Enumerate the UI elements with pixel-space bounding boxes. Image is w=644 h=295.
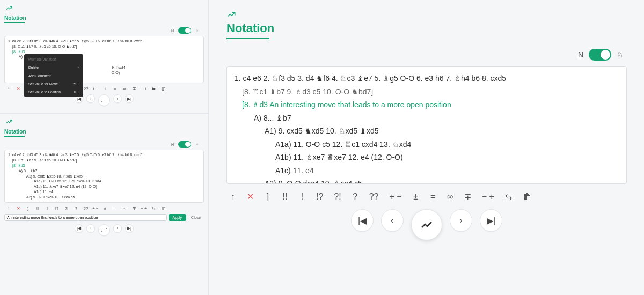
move-line-open[interactable]: [8. ♗d3 An interesting move that leads t…	[235, 98, 619, 112]
move-line[interactable]: A1) 9. cxd5 ♞xd5 10. ♘xd5 ♝xd5	[8, 174, 200, 179]
ann-losing[interactable]: − +	[141, 86, 147, 91]
nav-analyze[interactable]	[98, 94, 110, 106]
move-line[interactable]: A1b) 11. ♗xe7 ♛xe7 12. e4 (12. O-O)	[8, 184, 200, 189]
move-line[interactable]: 1. c4 e6 2. ♘f3 d5 3. d4 ♞f6 4. ♘c3 ♝e7 …	[8, 39, 200, 44]
ann-blunder[interactable]: ??	[83, 206, 89, 211]
notation-box[interactable]: 1. c4 e6 2. ♘f3 d5 3. d4 ♞f6 4. ♘c3 ♝e7 …	[226, 66, 627, 184]
ann-delete[interactable]: ✕	[15, 206, 21, 211]
nav-prev[interactable]: ‹	[86, 224, 95, 233]
comment-editor-row: Apply Close	[4, 214, 204, 221]
move-line[interactable]: A1b) 11. ♗xe7 ♛xe7 12. e4 (12. O-O)	[235, 151, 619, 164]
ann-equal[interactable]: =	[112, 86, 118, 91]
context-menu[interactable]: Promote Variation Delete› Add Comment Se…	[24, 54, 83, 97]
ann-equal[interactable]: =	[112, 206, 118, 211]
ann-interesting[interactable]: !?	[316, 192, 323, 202]
figurine-toggle[interactable]	[178, 141, 191, 148]
ann-unclear[interactable]: ∞	[121, 86, 128, 91]
nav-prev[interactable]: ‹	[86, 94, 95, 103]
figurine-toggle[interactable]	[178, 27, 191, 34]
menu-set-value-move[interactable]: Set Value for Move?!›	[24, 80, 83, 88]
ann-slight-w[interactable]: ±	[102, 206, 108, 211]
chart-line-icon	[226, 10, 236, 19]
move-line[interactable]: 1. c4 e6 2. ♘f3 d5 3. d4 ♞f6 4. ♘c3 ♝e7 …	[8, 152, 200, 158]
ann-trash[interactable]: 🗑	[160, 86, 166, 91]
move-line[interactable]: A1a) 11. O-O c5 12. ♖c1 cxd4 13. ♘xd4	[8, 179, 200, 184]
nav-next[interactable]: ›	[450, 209, 472, 232]
chart-line-icon	[4, 3, 14, 13]
move-line[interactable]: A2) 9. O-O dxc4 10. ♗xc4 c5	[235, 177, 619, 184]
nav-next[interactable]: ›	[113, 224, 122, 233]
ann-promote[interactable]: ↑	[230, 192, 236, 202]
move-line[interactable]: [8. ♖c1 ♝b7 9. ♗d3 c5 10. O-O ♞bd7]	[8, 44, 200, 49]
ann-slight-w[interactable]: ±	[413, 192, 419, 202]
menu-set-value-position[interactable]: Set Value to Position=›	[24, 88, 83, 96]
menu-add-comment[interactable]: Add Comment	[24, 72, 83, 80]
move-line[interactable]: A) 8... ♝b7	[8, 168, 200, 174]
notation-box[interactable]: 1. c4 e6 2. ♘f3 d5 3. d4 ♞f6 4. ♘c3 ♝e7 …	[4, 36, 204, 83]
nav-last[interactable]: ▶|	[125, 224, 134, 233]
nav-last[interactable]: ▶|	[125, 94, 134, 103]
ann-mistake[interactable]: ?	[352, 192, 358, 202]
ann-good[interactable]: !	[44, 206, 50, 211]
ann-promote[interactable]: ↑	[5, 86, 12, 91]
ann-close-var[interactable]: ]	[25, 206, 31, 211]
ann-losing[interactable]: − +	[141, 206, 147, 211]
ann-interesting[interactable]: !?	[54, 206, 60, 211]
notation-box[interactable]: 1. c4 e6 2. ♘f3 d5 3. d4 ♞f6 4. ♘c3 ♝e7 …	[4, 150, 204, 202]
ann-mistake[interactable]: ?	[73, 206, 79, 211]
move-line-open[interactable]: [8. ♗d3	[8, 163, 200, 168]
ann-losing[interactable]: − +	[482, 192, 494, 202]
ann-slight-w[interactable]: ±	[102, 86, 108, 91]
comment-input[interactable]	[4, 214, 167, 221]
ann-slight-b[interactable]: ∓	[131, 206, 137, 211]
nav-first[interactable]: |◀	[351, 209, 374, 232]
nav-next[interactable]: ›	[113, 94, 122, 103]
ann-close-var[interactable]: ]	[265, 192, 271, 202]
title-underline	[226, 38, 269, 39]
move-line[interactable]: A1c) 11. e4	[8, 189, 200, 195]
ann-trash[interactable]: 🗑	[523, 192, 531, 202]
ann-equal[interactable]: =	[430, 192, 436, 202]
ann-trash[interactable]: 🗑	[160, 206, 166, 211]
ann-winning[interactable]: + −	[92, 206, 99, 211]
ann-blunder[interactable]: ??	[83, 86, 89, 91]
apply-button[interactable]: Apply	[169, 214, 187, 221]
ann-blunder[interactable]: ??	[369, 192, 379, 202]
ann-brilliant[interactable]: !!	[34, 206, 41, 211]
ann-good[interactable]: !	[299, 192, 305, 202]
ann-swap[interactable]: ⇆	[150, 86, 157, 91]
ann-delete[interactable]: ✕	[15, 86, 21, 91]
ann-delete[interactable]: ✕	[247, 191, 254, 202]
move-line-open[interactable]: [8. ♗d3	[8, 49, 200, 55]
move-line[interactable]: A1c) 11. e4	[235, 164, 619, 178]
move-line[interactable]: A1a) 11. O-O c5 12. ♖c1 cxd4 13. ♘xd4	[235, 138, 619, 151]
nav-prev[interactable]: ‹	[381, 209, 404, 232]
ann-swap[interactable]: ⇆	[505, 191, 512, 202]
move-line[interactable]: A1) 9. cxd5 ♞xd5 10. ♘xd5 ♝xd5	[235, 124, 619, 138]
nav-first[interactable]: |◀	[75, 224, 83, 233]
ann-swap[interactable]: ⇆	[150, 206, 157, 211]
ann-promote[interactable]: ↑	[5, 206, 12, 211]
menu-delete[interactable]: Delete›	[24, 63, 83, 71]
figurine-toggle[interactable]	[589, 49, 611, 61]
toggle-label-n: N	[171, 29, 174, 33]
move-line[interactable]: [8. ♖c1 ♝b7 9. ♗d3 c5 10. O-O ♞bd7]	[8, 158, 200, 163]
nav-analyze[interactable]	[98, 224, 110, 236]
move-line[interactable]: A2) 9. O-O dxc4 10. ♗xc4 c5	[8, 195, 200, 200]
ann-unclear[interactable]: ∞	[447, 192, 453, 202]
toggle-label-n: N	[171, 143, 174, 146]
nav-analyze[interactable]	[411, 209, 442, 240]
move-line[interactable]: 1. c4 e6 2. ♘f3 d5 3. d4 ♞f6 4. ♘c3 ♝e7 …	[235, 72, 619, 85]
ann-slight-b[interactable]: ∓	[464, 191, 471, 202]
move-line[interactable]: A) 8... ♝b7	[235, 112, 619, 125]
move-line[interactable]: [8. ♖c1 ♝b7 9. ♗d3 c5 10. O-O ♞bd7]	[235, 85, 619, 99]
ann-dubious[interactable]: ?!	[63, 206, 70, 211]
ann-winning[interactable]: + −	[92, 86, 99, 91]
close-button[interactable]: Close	[188, 214, 204, 221]
ann-winning[interactable]: + −	[389, 192, 401, 202]
ann-unclear[interactable]: ∞	[121, 206, 128, 211]
ann-dubious[interactable]: ?!	[334, 192, 341, 202]
nav-last[interactable]: ▶|	[480, 209, 502, 232]
ann-brilliant[interactable]: !!	[282, 192, 288, 202]
ann-slight-b[interactable]: ∓	[131, 86, 137, 91]
